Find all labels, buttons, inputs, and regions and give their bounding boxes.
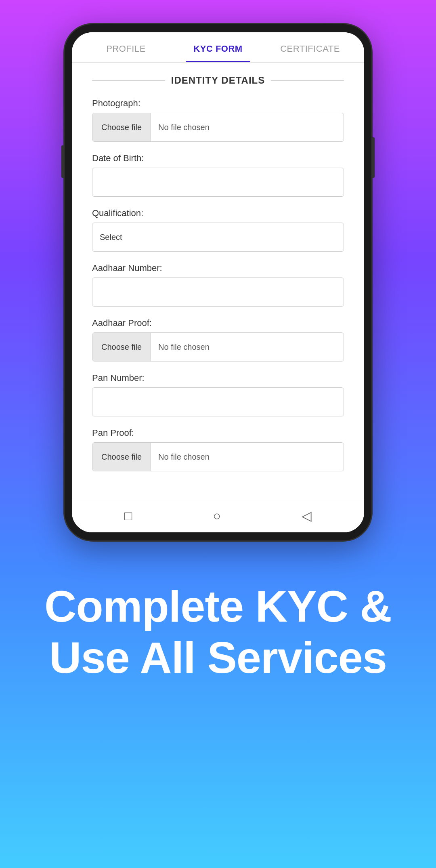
pan-proof-group: Pan Proof: Choose file No file chosen xyxy=(92,428,344,471)
photograph-choose-btn[interactable]: Choose file xyxy=(92,113,151,141)
aadhaar-proof-filename: No file chosen xyxy=(151,343,217,352)
pan-number-label: Pan Number: xyxy=(92,373,344,383)
dob-group: Date of Birth: xyxy=(92,153,344,197)
photograph-group: Photograph: Choose file No file chosen xyxy=(92,98,344,142)
tagline-line1: Complete KYC & xyxy=(24,581,412,632)
dob-label: Date of Birth: xyxy=(92,153,344,164)
tab-kyc-form[interactable]: KYC FORM xyxy=(172,32,264,62)
aadhaar-proof-file-input[interactable]: Choose file No file chosen xyxy=(92,332,344,361)
dob-input[interactable] xyxy=(92,168,344,197)
pan-proof-choose-btn[interactable]: Choose file xyxy=(92,443,151,471)
nav-back-icon[interactable]: ◁ xyxy=(302,508,312,523)
aadhaar-number-group: Aadhaar Number: xyxy=(92,263,344,307)
pan-proof-file-input[interactable]: Choose file No file chosen xyxy=(92,442,344,471)
qualification-select[interactable]: Select Below 10th 10th Pass 12th Pass Gr… xyxy=(92,223,344,252)
aadhaar-proof-label: Aadhaar Proof: xyxy=(92,318,344,328)
bottom-section: Complete KYC & Use All Services xyxy=(0,540,436,715)
photograph-filename: No file chosen xyxy=(151,123,217,132)
pan-number-input[interactable] xyxy=(92,387,344,416)
qualification-group: Qualification: Select Below 10th 10th Pa… xyxy=(92,208,344,252)
aadhaar-proof-group: Aadhaar Proof: Choose file No file chose… xyxy=(92,318,344,361)
qualification-label: Qualification: xyxy=(92,208,344,219)
nav-home-icon[interactable]: ○ xyxy=(213,509,220,523)
aadhaar-proof-choose-btn[interactable]: Choose file xyxy=(92,333,151,361)
aadhaar-number-input[interactable] xyxy=(92,277,344,307)
tab-certificate[interactable]: CERTIFICATE xyxy=(264,32,356,62)
section-title: IDENTITY DETAILS xyxy=(92,75,344,86)
photograph-label: Photograph: xyxy=(92,98,344,109)
nav-bar: □ ○ ◁ xyxy=(72,499,364,532)
nav-square-icon[interactable]: □ xyxy=(124,509,132,523)
tab-profile[interactable]: PROFILE xyxy=(80,32,172,62)
photograph-file-input[interactable]: Choose file No file chosen xyxy=(92,113,344,142)
pan-number-group: Pan Number: xyxy=(92,373,344,416)
phone-screen: PROFILE KYC FORM CERTIFICATE IDENTITY DE… xyxy=(72,32,364,532)
pan-proof-filename: No file chosen xyxy=(151,452,217,462)
tabs-bar: PROFILE KYC FORM CERTIFICATE xyxy=(72,32,364,63)
pan-proof-label: Pan Proof: xyxy=(92,428,344,438)
phone-wrapper: PROFILE KYC FORM CERTIFICATE IDENTITY DE… xyxy=(65,24,371,540)
tagline-line2: Use All Services xyxy=(24,632,412,683)
phone-frame: PROFILE KYC FORM CERTIFICATE IDENTITY DE… xyxy=(65,24,371,540)
aadhaar-number-label: Aadhaar Number: xyxy=(92,263,344,273)
tagline: Complete KYC & Use All Services xyxy=(24,581,412,683)
form-content: IDENTITY DETAILS Photograph: Choose file… xyxy=(72,63,364,499)
